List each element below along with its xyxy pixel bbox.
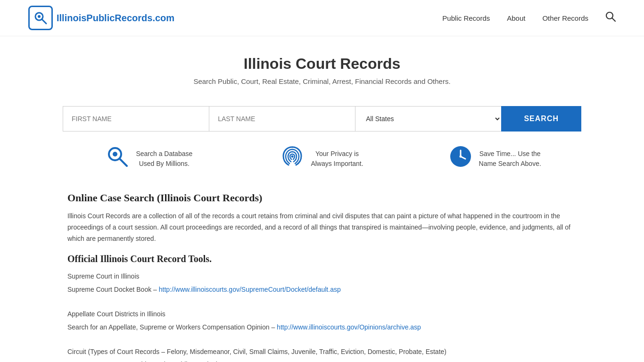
main-nav: Public Records About Other Records	[442, 11, 616, 25]
record-circuit-text: Most County Courts Provide Onsite Public…	[67, 359, 577, 362]
logo-icon	[28, 6, 53, 30]
feature-search-text: Search a Database Used By Millions.	[136, 149, 192, 169]
record-appellate-link[interactable]: http://www.illinoiscourts.gov/Opinions/a…	[277, 323, 421, 331]
svg-point-8	[291, 156, 294, 158]
feature-privacy-line1: Your Privacy is	[311, 149, 363, 159]
record-appellate-heading: Appellate Court Districts in Illinois	[67, 309, 577, 320]
nav-other-records[interactable]: Other Records	[542, 14, 588, 22]
last-name-input[interactable]	[209, 106, 355, 132]
feature-time-line2: Name Search Above.	[479, 159, 541, 169]
svg-line-6	[120, 159, 127, 166]
main-content: Online Case Search (Illinois Court Recor…	[39, 192, 605, 362]
feature-time-line1: Save Time... Use the	[479, 149, 541, 159]
record-supreme-heading: Supreme Court in Illinois	[67, 271, 577, 282]
svg-point-2	[38, 15, 41, 18]
svg-point-12	[459, 156, 462, 158]
nav-search-icon[interactable]	[605, 11, 616, 25]
search-icon	[106, 145, 129, 173]
feature-privacy-text: Your Privacy is Always Important.	[311, 149, 363, 169]
feature-search-line2: Used By Millions.	[136, 159, 192, 169]
section2-title: Official Illinois Court Record Tools.	[67, 254, 577, 264]
nav-about[interactable]: About	[507, 14, 525, 22]
section1-body: Illinois Court Records are a collection …	[67, 211, 577, 244]
logo[interactable]: IllinoisPublicRecords.com	[28, 6, 174, 30]
state-select[interactable]: All States Alabama Alaska Arizona Arkans…	[355, 106, 501, 132]
first-name-input[interactable]	[63, 106, 209, 132]
record-supreme-text: Supreme Court Docket Book – http://www.i…	[67, 284, 577, 296]
feature-privacy: Your Privacy is Always Important.	[236, 145, 409, 173]
svg-line-4	[612, 18, 616, 22]
section1-title: Online Case Search (Illinois Court Recor…	[67, 192, 577, 204]
feature-search-line1: Search a Database	[136, 149, 192, 159]
fingerprint-icon	[281, 145, 304, 173]
nav-public-records[interactable]: Public Records	[442, 14, 490, 22]
record-circuit-heading: Circuit (Types of Court Records – Felony…	[67, 346, 577, 358]
record-supreme-link[interactable]: http://www.illinoiscourts.gov/SupremeCou…	[159, 286, 341, 293]
hero-section: Illinois Court Records Search Public, Co…	[0, 36, 644, 106]
page-title: Illinois Court Records	[28, 55, 616, 73]
search-button[interactable]: SEARCH	[501, 106, 581, 132]
feature-search: Search a Database Used By Millions.	[63, 145, 236, 173]
features-row: Search a Database Used By Millions. Your…	[63, 145, 581, 173]
record-supreme: Supreme Court in Illinois Supreme Court …	[67, 271, 577, 296]
svg-line-1	[42, 19, 46, 24]
record-circuit: Circuit (Types of Court Records – Felony…	[67, 346, 577, 362]
record-appellate-text: Search for an Appellate, Supreme or Work…	[67, 322, 577, 333]
feature-privacy-line2: Always Important.	[311, 159, 363, 169]
hero-subtitle: Search Public, Court, Real Estate, Crimi…	[28, 77, 616, 85]
search-bar: All States Alabama Alaska Arizona Arkans…	[63, 106, 581, 132]
feature-time-text: Save Time... Use the Name Search Above.	[479, 149, 541, 169]
record-appellate: Appellate Court Districts in Illinois Se…	[67, 309, 577, 333]
logo-text: IllinoisPublicRecords.com	[57, 13, 174, 24]
svg-point-7	[113, 152, 117, 156]
clock-icon	[449, 145, 472, 173]
feature-time: Save Time... Use the Name Search Above.	[408, 145, 581, 173]
